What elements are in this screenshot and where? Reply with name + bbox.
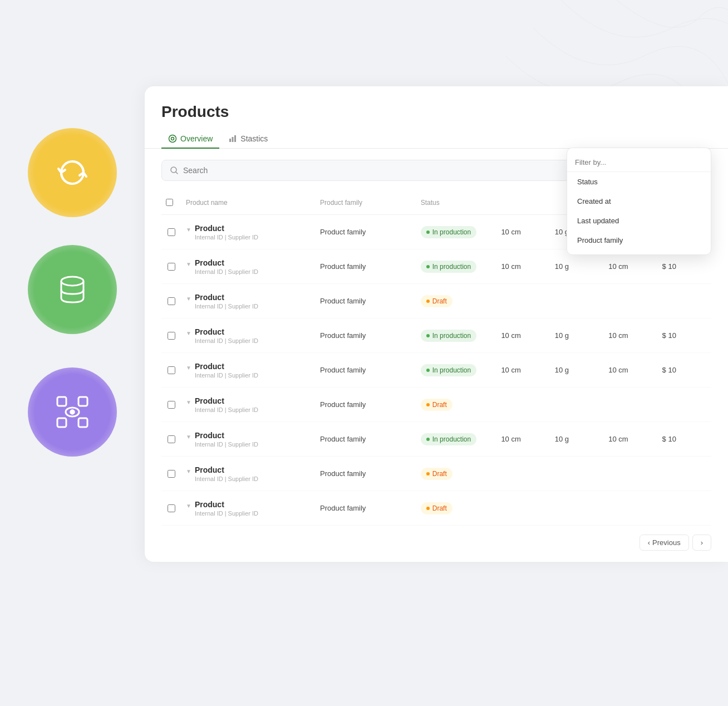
dim3-cell: [604, 299, 657, 303]
product-ids-text: Internal ID | Supplier ID: [195, 441, 258, 448]
product-family-cell: Product family: [316, 398, 416, 411]
tab-statistics[interactable]: Stastics: [222, 130, 274, 149]
row-expand-icon[interactable]: ▼: [186, 365, 191, 371]
product-name-cell: ▼ Product Internal ID | Supplier ID: [181, 256, 316, 277]
row-expand-icon[interactable]: ▼: [186, 261, 191, 267]
row-expand-icon[interactable]: ▼: [186, 434, 191, 440]
product-name-cell: ▼ Product Internal ID | Supplier ID: [181, 360, 316, 381]
dim3-cell: 10 cm: [604, 329, 657, 342]
svg-rect-11: [234, 135, 236, 142]
row-checkbox-2[interactable]: [168, 297, 175, 305]
status-badge: Draft: [421, 295, 452, 307]
product-family-cell: Product family: [316, 467, 416, 480]
svg-point-0: [61, 277, 83, 286]
status-dot: [426, 438, 430, 441]
table-row: ▼ Product Internal ID | Supplier ID Prod…: [161, 284, 711, 318]
product-name-cell: ▼ Product Internal ID | Supplier ID: [181, 498, 316, 519]
product-family-cell: Product family: [316, 260, 416, 273]
tab-overview[interactable]: Overview: [161, 130, 219, 149]
product-ids-text: Internal ID | Supplier ID: [195, 475, 258, 482]
dim1-cell: [496, 472, 550, 476]
price-cell: [658, 506, 711, 511]
status-badge: Draft: [421, 468, 452, 480]
product-family-cell: Product family: [316, 433, 416, 445]
dim2-cell: [550, 299, 604, 303]
dim1-cell: 10 cm: [496, 225, 550, 238]
filter-dropdown-item[interactable]: Created at: [567, 192, 711, 211]
dim2-cell: [550, 506, 604, 511]
row-checkbox-3[interactable]: [168, 332, 175, 340]
row-checkbox-6[interactable]: [168, 435, 175, 443]
row-checkbox-7[interactable]: [168, 470, 175, 478]
price-cell: [658, 472, 711, 476]
status-badge: Draft: [421, 502, 452, 514]
row-expand-icon[interactable]: ▼: [186, 227, 191, 233]
status-badge: Draft: [421, 399, 452, 411]
row-expand-icon[interactable]: ▼: [186, 296, 191, 302]
product-name-text: Product: [195, 293, 258, 302]
row-checkbox-0[interactable]: [168, 228, 175, 236]
status-cell: Draft: [416, 396, 497, 413]
price-cell: $ 10: [658, 364, 711, 376]
col-status: Status: [416, 197, 497, 210]
product-name-cell: ▼ Product Internal ID | Supplier ID: [181, 222, 316, 243]
product-name-text: Product: [195, 431, 258, 440]
status-dot: [426, 403, 430, 406]
row-checkbox-1[interactable]: [168, 263, 175, 271]
product-ids-text: Internal ID | Supplier ID: [195, 234, 258, 241]
price-cell: [658, 299, 711, 303]
filter-dropdown-item[interactable]: Status: [567, 172, 711, 192]
row-checkbox-8[interactable]: [168, 504, 175, 512]
row-expand-icon[interactable]: ▼: [186, 503, 191, 509]
status-badge: In production: [421, 433, 476, 445]
filter-items-list: StatusCreated atLast updatedProduct fami…: [567, 172, 711, 250]
dim1-cell: [496, 506, 550, 511]
table-row: ▼ Product Internal ID | Supplier ID Prod…: [161, 353, 711, 388]
table-row: ▼ Product Internal ID | Supplier ID Prod…: [161, 388, 711, 422]
status-cell: In production: [416, 362, 497, 379]
statistics-icon: [228, 134, 237, 143]
table-row: ▼ Product Internal ID | Supplier ID Prod…: [161, 491, 711, 526]
col-dim1: [496, 197, 550, 210]
decorative-circle-purple: [28, 367, 117, 457]
products-table: Product name Product family Status ▼ Pro…: [145, 192, 728, 526]
row-expand-icon[interactable]: ▼: [186, 399, 191, 405]
svg-rect-3: [57, 418, 66, 427]
product-family-cell: Product family: [316, 225, 416, 238]
svg-rect-1: [57, 397, 66, 406]
filter-dropdown-item[interactable]: Product family: [567, 231, 711, 250]
select-all-checkbox[interactable]: [166, 199, 173, 206]
svg-rect-9: [229, 139, 231, 142]
status-badge: In production: [421, 261, 476, 273]
dim1-cell: 10 cm: [496, 260, 550, 273]
dim3-cell: [604, 403, 657, 407]
svg-rect-10: [232, 137, 234, 142]
dim3-cell: 10 cm: [604, 260, 657, 273]
row-checkbox-5[interactable]: [168, 401, 175, 409]
table-row: ▼ Product Internal ID | Supplier ID Prod…: [161, 422, 711, 457]
product-name-text: Product: [195, 327, 258, 336]
filter-dropdown-item[interactable]: Last updated: [567, 211, 711, 231]
decorative-circle-green: [28, 245, 117, 334]
next-button[interactable]: ›: [692, 535, 711, 551]
row-checkbox-4[interactable]: [168, 366, 175, 374]
dim1-cell: 10 cm: [496, 364, 550, 376]
search-icon: [170, 166, 179, 175]
row-expand-icon[interactable]: ▼: [186, 330, 191, 336]
dim1-cell: [496, 299, 550, 303]
status-dot: [426, 231, 430, 234]
status-cell: In production: [416, 224, 497, 241]
product-name-cell: ▼ Product Internal ID | Supplier ID: [181, 291, 316, 312]
status-badge: In production: [421, 364, 476, 376]
product-name-text: Product: [195, 500, 258, 509]
status-dot: [426, 369, 430, 372]
database-icon: [53, 270, 92, 309]
row-expand-icon[interactable]: ▼: [186, 468, 191, 474]
previous-button[interactable]: ‹ Previous: [640, 535, 689, 551]
status-cell: In production: [416, 431, 497, 448]
product-ids-text: Internal ID | Supplier ID: [195, 510, 258, 517]
dim3-cell: 10 cm: [604, 433, 657, 445]
tabs-container: Overview Stastics: [145, 130, 728, 149]
filter-search-input[interactable]: [575, 158, 703, 166]
dim1-cell: [496, 403, 550, 407]
